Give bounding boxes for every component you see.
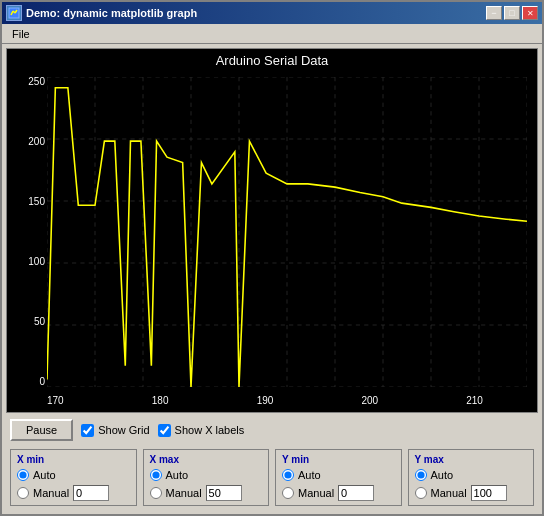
y-max-manual-label: Manual xyxy=(431,487,467,499)
y-label-50: 50 xyxy=(34,317,45,327)
y-max-manual-radio[interactable] xyxy=(415,487,427,499)
x-min-auto-row: Auto xyxy=(17,469,130,481)
y-label-200: 200 xyxy=(28,137,45,147)
close-button[interactable]: ✕ xyxy=(522,6,538,20)
y-min-auto-radio[interactable] xyxy=(282,469,294,481)
x-min-manual-radio[interactable] xyxy=(17,487,29,499)
menu-file[interactable]: File xyxy=(6,26,36,42)
y-label-250: 250 xyxy=(28,77,45,87)
x-min-manual-row: Manual xyxy=(17,485,130,501)
show-x-labels-label: Show X labels xyxy=(175,424,245,436)
y-min-label: Y min xyxy=(282,454,395,465)
window-controls: − □ ✕ xyxy=(486,6,538,20)
chart-container: Arduino Serial Data 250 200 150 100 50 0 xyxy=(6,48,538,413)
x-label-210: 210 xyxy=(466,395,483,406)
controls-row: Pause Show Grid Show X labels xyxy=(6,417,538,443)
chart-title: Arduino Serial Data xyxy=(7,49,537,68)
x-max-manual-radio[interactable] xyxy=(150,487,162,499)
show-grid-group: Show Grid xyxy=(81,424,149,437)
y-min-auto-row: Auto xyxy=(282,469,395,481)
maximize-button[interactable]: □ xyxy=(504,6,520,20)
content-area: Arduino Serial Data 250 200 150 100 50 0 xyxy=(2,44,542,514)
x-max-label: X max xyxy=(150,454,263,465)
y-max-auto-label: Auto xyxy=(431,469,454,481)
window-icon xyxy=(6,5,22,21)
y-label-100: 100 xyxy=(28,257,45,267)
x-max-input[interactable] xyxy=(206,485,242,501)
x-max-box: X max Auto Manual xyxy=(143,449,270,506)
x-min-auto-radio[interactable] xyxy=(17,469,29,481)
x-min-auto-label: Auto xyxy=(33,469,56,481)
x-max-auto-row: Auto xyxy=(150,469,263,481)
y-min-auto-label: Auto xyxy=(298,469,321,481)
menu-bar: File xyxy=(2,24,542,44)
title-bar: Demo: dynamic matplotlib graph − □ ✕ xyxy=(2,2,542,24)
y-max-auto-row: Auto xyxy=(415,469,528,481)
x-label-170: 170 xyxy=(47,395,64,406)
y-min-manual-row: Manual xyxy=(282,485,395,501)
y-max-manual-row: Manual xyxy=(415,485,528,501)
x-min-manual-label: Manual xyxy=(33,487,69,499)
y-min-manual-label: Manual xyxy=(298,487,334,499)
y-label-0: 0 xyxy=(39,377,45,387)
y-max-label: Y max xyxy=(415,454,528,465)
chart-plot xyxy=(47,77,527,387)
show-grid-checkbox[interactable] xyxy=(81,424,94,437)
x-axis-labels: 170 180 190 200 210 xyxy=(47,390,527,410)
x-min-box: X min Auto Manual xyxy=(10,449,137,506)
x-label-200: 200 xyxy=(361,395,378,406)
x-max-auto-label: Auto xyxy=(166,469,189,481)
y-label-150: 150 xyxy=(28,197,45,207)
x-min-input[interactable] xyxy=(73,485,109,501)
show-grid-label: Show Grid xyxy=(98,424,149,436)
x-max-auto-radio[interactable] xyxy=(150,469,162,481)
y-axis-labels: 250 200 150 100 50 0 xyxy=(9,77,45,387)
y-max-auto-radio[interactable] xyxy=(415,469,427,481)
y-min-manual-radio[interactable] xyxy=(282,487,294,499)
show-x-labels-checkbox[interactable] xyxy=(158,424,171,437)
main-window: Demo: dynamic matplotlib graph − □ ✕ Fil… xyxy=(0,0,544,516)
y-min-input[interactable] xyxy=(338,485,374,501)
y-max-box: Y max Auto Manual xyxy=(408,449,535,506)
x-label-180: 180 xyxy=(152,395,169,406)
range-controls: X min Auto Manual X max Auto xyxy=(6,447,538,510)
minimize-button[interactable]: − xyxy=(486,6,502,20)
x-min-label: X min xyxy=(17,454,130,465)
show-x-labels-group: Show X labels xyxy=(158,424,245,437)
x-label-190: 190 xyxy=(257,395,274,406)
window-title: Demo: dynamic matplotlib graph xyxy=(26,7,486,19)
chart-svg xyxy=(47,77,527,387)
y-max-input[interactable] xyxy=(471,485,507,501)
x-max-manual-label: Manual xyxy=(166,487,202,499)
x-max-manual-row: Manual xyxy=(150,485,263,501)
pause-button[interactable]: Pause xyxy=(10,419,73,441)
y-min-box: Y min Auto Manual xyxy=(275,449,402,506)
